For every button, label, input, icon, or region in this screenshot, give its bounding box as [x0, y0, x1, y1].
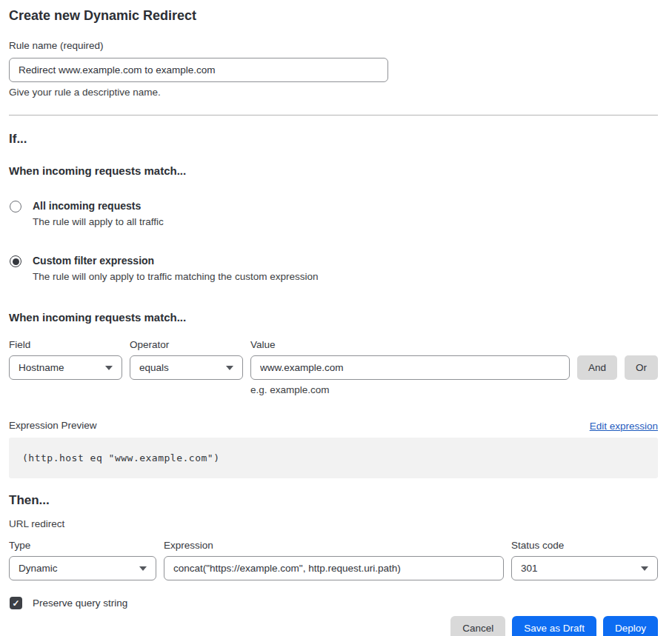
preserve-query-row[interactable]: ✓ Preserve query string	[9, 597, 658, 609]
type-select-value: Dynamic	[19, 563, 58, 574]
radio-option-all-requests[interactable]: All incoming requests The rule will appl…	[10, 200, 658, 228]
caret-down-icon	[226, 366, 233, 370]
value-label: Value	[250, 339, 570, 351]
checkbox-checked-icon[interactable]: ✓	[10, 597, 22, 609]
section-divider	[9, 115, 658, 116]
then-heading: Then...	[9, 492, 658, 508]
rule-name-help: Give your rule a descriptive name.	[9, 87, 658, 98]
type-label: Type	[9, 540, 156, 552]
redirect-expression-label: Expression	[164, 540, 504, 552]
deploy-button[interactable]: Deploy	[603, 616, 658, 636]
caret-down-icon	[641, 566, 648, 571]
redirect-builder-row: Type Dynamic Expression Status code 301	[9, 540, 658, 580]
radio-icon[interactable]	[10, 255, 21, 267]
if-heading: If...	[9, 131, 658, 147]
and-button[interactable]: And	[577, 355, 617, 380]
status-code-label: Status code	[511, 540, 658, 552]
cancel-button[interactable]: Cancel	[450, 616, 505, 636]
condition-builder-row: Field Hostname Operator equals Value e.g…	[9, 339, 658, 396]
caret-down-icon	[105, 366, 113, 370]
expression-preview-label: Expression Preview	[9, 420, 97, 432]
operator-select[interactable]: equals	[130, 355, 243, 380]
rule-name-label: Rule name (required)	[9, 40, 658, 52]
edit-expression-link[interactable]: Edit expression	[590, 421, 658, 432]
status-code-value: 301	[521, 563, 538, 574]
operator-select-value: equals	[139, 362, 169, 373]
redirect-expression-input[interactable]	[164, 556, 504, 580]
filter-match-heading: When incoming requests match...	[9, 311, 658, 324]
or-button[interactable]: Or	[625, 355, 658, 380]
expression-preview-code: (http.host eq "www.example.com")	[22, 452, 219, 463]
radio-icon[interactable]	[10, 201, 21, 212]
preserve-query-label: Preserve query string	[33, 597, 127, 609]
if-match-heading: When incoming requests match...	[9, 164, 658, 178]
operator-label: Operator	[130, 339, 243, 351]
save-as-draft-button[interactable]: Save as Draft	[512, 616, 596, 636]
expression-preview-box: (http.host eq "www.example.com")	[9, 438, 658, 478]
field-select-value: Hostname	[19, 362, 64, 373]
url-redirect-label: URL redirect	[9, 518, 658, 530]
type-select[interactable]: Dynamic	[9, 556, 156, 580]
form-actions: Cancel Save as Draft Deploy	[9, 616, 658, 636]
radio-option-description: The rule will only apply to traffic matc…	[33, 270, 318, 283]
expression-preview-header: Expression Preview Edit expression	[9, 420, 658, 432]
field-select[interactable]: Hostname	[9, 355, 122, 380]
radio-option-label: All incoming requests	[33, 200, 164, 212]
create-redirect-form: Create new Dynamic Redirect Rule name (r…	[9, 0, 658, 636]
rule-name-input[interactable]	[9, 58, 388, 82]
page-title: Create new Dynamic Redirect	[9, 7, 658, 24]
status-code-select[interactable]: 301	[511, 556, 658, 580]
radio-option-label: Custom filter expression	[33, 255, 318, 267]
field-label: Field	[9, 339, 122, 351]
caret-down-icon	[139, 566, 147, 571]
value-input[interactable]	[250, 355, 570, 380]
radio-option-custom-filter[interactable]: Custom filter expression The rule will o…	[10, 255, 658, 283]
radio-option-description: The rule will apply to all traffic	[33, 215, 164, 228]
value-help: e.g. example.com	[250, 384, 570, 396]
